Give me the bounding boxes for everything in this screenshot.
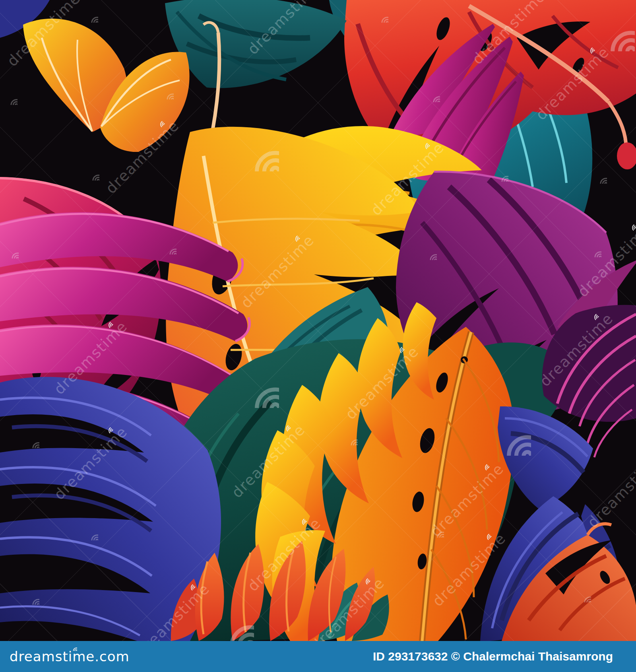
dreamstime-logo-spiral-icon	[69, 643, 77, 651]
dreamstime-logo-text: dreamstime.com	[10, 649, 130, 664]
stock-photo-preview: dreamstimedreamstimedreamstimedreamstime…	[0, 0, 636, 672]
credit-bar: dreamstime.com ID 293173632 © Chalermcha…	[0, 641, 636, 672]
image-credit-text: ID 293173632 © Chalermchai Thaisamrong	[373, 650, 613, 663]
dreamstime-logo: dreamstime.com	[10, 649, 130, 664]
tropical-leaves-illustration	[0, 0, 636, 641]
